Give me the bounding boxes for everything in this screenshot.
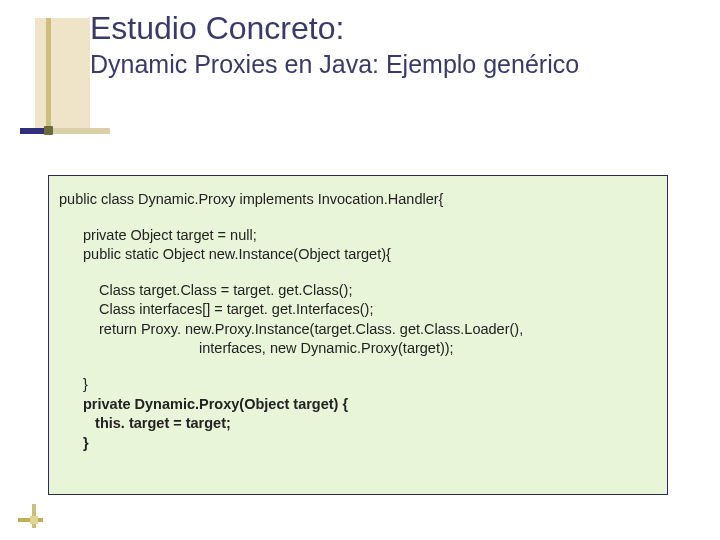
code-sample-box: public class Dynamic.Proxy implements In… xyxy=(48,175,668,495)
code-line: } xyxy=(83,434,657,454)
code-line: return Proxy. new.Proxy.Instance(target.… xyxy=(99,320,657,340)
code-line: Class interfaces[] = target. get.Interfa… xyxy=(99,300,657,320)
code-line: } xyxy=(83,375,657,395)
code-line: private Object target = null; xyxy=(83,226,657,246)
code-line: private Dynamic.Proxy(Object target) { xyxy=(83,395,657,415)
title-main: Estudio Concreto: xyxy=(90,10,650,47)
code-line: public class Dynamic.Proxy implements In… xyxy=(59,190,657,210)
code-line: public static Object new.Instance(Object… xyxy=(83,245,657,265)
code-line: interfaces, new Dynamic.Proxy(target)); xyxy=(199,339,657,359)
title-sub: Dynamic Proxies en Java: Ejemplo genéric… xyxy=(90,49,650,80)
code-line: Class target.Class = target. get.Class()… xyxy=(99,281,657,301)
title-block: Estudio Concreto: Dynamic Proxies en Jav… xyxy=(90,10,650,80)
code-line: this. target = target; xyxy=(83,414,657,434)
slide-decoration-bottom xyxy=(18,508,48,528)
